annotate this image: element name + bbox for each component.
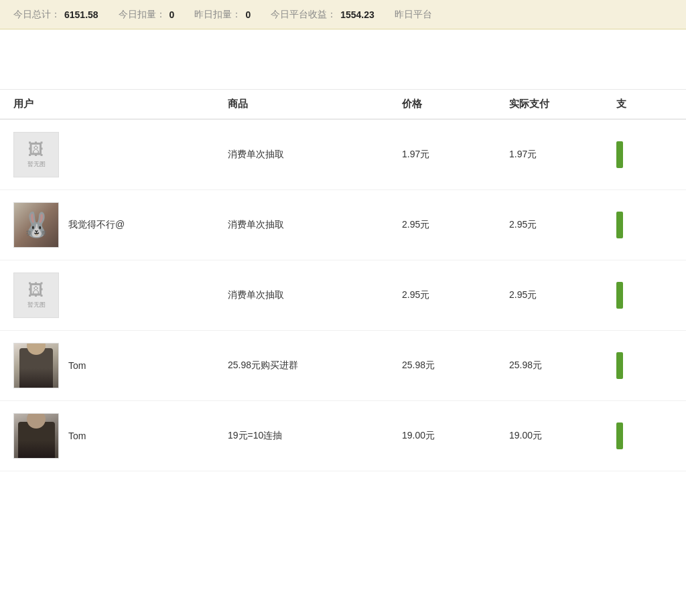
price-cell: 19.00元 [402,430,509,442]
table-row: 🖼 暂无图 消费单次抽取 2.95元 2.95元 [0,260,686,331]
today-total-label: 今日总计： [13,9,60,21]
status-badge [616,141,623,168]
today-total-value: 6151.58 [64,9,98,20]
avatar: 🖼 暂无图 [13,132,59,177]
username-label: Tom [68,431,86,441]
avatar-image [14,413,58,459]
figure-shape [18,422,55,459]
user-cell: 我觉得不行@ [13,202,228,248]
user-cell: Tom [13,343,228,388]
actual-cell: 19.00元 [509,430,616,442]
product-cell: 消费单次抽取 [228,219,402,231]
actual-cell: 25.98元 [509,360,616,372]
avatar-placeholder: 🖼 暂无图 [14,133,58,177]
status-cell [616,352,673,379]
stats-bar: 今日总计： 6151.58 今日扣量： 0 昨日扣量： 0 今日平台收益： 15… [0,0,686,29]
today-platform-stat: 今日平台收益： 1554.23 [271,9,374,21]
yesterday-deduct-stat: 昨日扣量： 0 [194,9,251,21]
price-cell: 1.97元 [402,149,509,161]
status-cell [616,212,673,238]
header-price: 价格 [402,98,509,110]
avatar-image [14,343,58,388]
header-user: 用户 [13,98,228,110]
actual-cell: 2.95元 [509,289,616,301]
head-shape [27,343,46,355]
avatar-label: 暂无图 [27,160,46,169]
product-cell: 消费单次抽取 [228,149,402,161]
status-cell [616,422,673,449]
product-cell: 消费单次抽取 [228,289,402,301]
image-icon: 🖼 [28,141,44,157]
actual-cell: 1.97元 [509,149,616,161]
avatar-placeholder: 🖼 暂无图 [14,273,58,317]
actual-cell: 2.95元 [509,219,616,231]
status-cell [616,282,673,309]
yesterday-platform-label: 昨日平台 [395,9,432,21]
today-platform-label: 今日平台收益： [271,9,336,21]
status-badge [616,282,623,309]
table-row: 🖼 暂无图 消费单次抽取 1.97元 1.97元 [0,120,686,190]
status-badge [616,212,623,238]
header-product: 商品 [228,98,402,110]
status-badge [616,352,623,379]
today-deduct-label: 今日扣量： [119,9,165,21]
today-deduct-stat: 今日扣量： 0 [119,9,175,21]
header-actual: 实际支付 [509,98,616,110]
username-label: 我觉得不行@ [68,219,125,231]
table-row: Tom 19元=10连抽 19.00元 19.00元 [0,401,686,471]
yesterday-deduct-value: 0 [245,9,251,20]
head-shape [27,413,46,429]
table-row: 我觉得不行@ 消费单次抽取 2.95元 2.95元 [0,190,686,260]
avatar-label: 暂无图 [27,301,46,309]
avatar-image [14,202,58,248]
yesterday-platform-stat: 昨日平台 [395,9,432,21]
today-platform-value: 1554.23 [340,9,374,20]
price-cell: 25.98元 [402,360,509,372]
avatar [13,202,59,248]
price-cell: 2.95元 [402,289,509,301]
yesterday-deduct-label: 昨日扣量： [194,9,241,21]
today-deduct-value: 0 [169,9,175,20]
avatar: 🖼 暂无图 [13,273,59,318]
today-total-stat: 今日总计： 6151.58 [13,9,98,21]
username-label: Tom [68,360,86,371]
status-badge [616,422,623,449]
product-cell: 25.98元购买进群 [228,360,402,372]
price-cell: 2.95元 [402,219,509,231]
header-status: 支 [616,98,673,110]
product-cell: 19元=10连抽 [228,430,402,442]
user-cell: 🖼 暂无图 [13,273,228,318]
user-cell: 🖼 暂无图 [13,132,228,177]
table-row: Tom 25.98元购买进群 25.98元 25.98元 [0,331,686,401]
table-header: 用户 商品 价格 实际支付 支 [0,90,686,120]
figure-shape [19,348,53,388]
image-icon: 🖼 [28,282,44,298]
avatar [13,343,59,388]
status-cell [616,141,673,168]
user-cell: Tom [13,413,228,459]
avatar [13,413,59,459]
filter-toolbar-area [0,29,686,90]
